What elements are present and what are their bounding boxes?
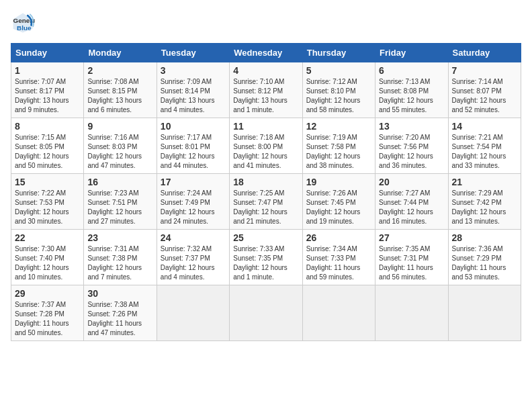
calendar-cell: 16Sunrise: 7:23 AMSunset: 7:51 PMDayligh… xyxy=(84,174,157,230)
day-info: Sunrise: 7:33 AMSunset: 7:35 PMDaylight:… xyxy=(233,244,298,282)
calendar-cell: 1Sunrise: 7:07 AMSunset: 8:17 PMDaylight… xyxy=(11,62,84,118)
day-number: 9 xyxy=(87,121,152,132)
day-info: Sunrise: 7:21 AMSunset: 7:54 PMDaylight:… xyxy=(452,133,517,171)
day-number: 12 xyxy=(306,121,371,132)
day-info: Sunrise: 7:18 AMSunset: 8:00 PMDaylight:… xyxy=(233,133,298,171)
calendar-cell: 18Sunrise: 7:25 AMSunset: 7:47 PMDayligh… xyxy=(230,174,302,230)
day-info: Sunrise: 7:24 AMSunset: 7:49 PMDaylight:… xyxy=(161,189,226,226)
calendar-cell: 22Sunrise: 7:30 AMSunset: 7:40 PMDayligh… xyxy=(11,230,84,285)
day-info: Sunrise: 7:17 AMSunset: 8:01 PMDaylight:… xyxy=(161,133,226,171)
day-number: 13 xyxy=(379,121,444,132)
day-number: 4 xyxy=(233,65,298,76)
day-info: Sunrise: 7:26 AMSunset: 7:45 PMDaylight:… xyxy=(306,189,371,226)
calendar-table: SundayMondayTuesdayWednesdayThursdayFrid… xyxy=(11,43,521,341)
day-info: Sunrise: 7:09 AMSunset: 8:14 PMDaylight:… xyxy=(161,77,226,115)
day-number: 2 xyxy=(87,65,152,76)
day-info: Sunrise: 7:07 AMSunset: 8:17 PMDaylight:… xyxy=(15,77,80,115)
day-info: Sunrise: 7:38 AMSunset: 7:26 PMDaylight:… xyxy=(87,300,152,338)
calendar-cell: 14Sunrise: 7:21 AMSunset: 7:54 PMDayligh… xyxy=(448,118,521,174)
day-number: 5 xyxy=(306,65,371,76)
day-number: 23 xyxy=(87,232,152,243)
logo-icon: General Blue xyxy=(11,11,35,35)
calendar-cell: 21Sunrise: 7:29 AMSunset: 7:42 PMDayligh… xyxy=(448,174,521,230)
day-info: Sunrise: 7:32 AMSunset: 7:37 PMDaylight:… xyxy=(161,244,226,282)
day-info: Sunrise: 7:10 AMSunset: 8:12 PMDaylight:… xyxy=(233,77,298,115)
calendar-cell: 8Sunrise: 7:15 AMSunset: 8:05 PMDaylight… xyxy=(11,118,84,174)
calendar-week-1: 1Sunrise: 7:07 AMSunset: 8:17 PMDaylight… xyxy=(11,62,521,118)
day-info: Sunrise: 7:19 AMSunset: 7:58 PMDaylight:… xyxy=(306,133,371,171)
day-number: 19 xyxy=(306,177,371,187)
day-info: Sunrise: 7:08 AMSunset: 8:15 PMDaylight:… xyxy=(87,77,152,115)
calendar-cell: 19Sunrise: 7:26 AMSunset: 7:45 PMDayligh… xyxy=(302,174,375,230)
day-info: Sunrise: 7:36 AMSunset: 7:29 PMDaylight:… xyxy=(452,244,517,282)
day-number: 24 xyxy=(161,232,226,243)
calendar-cell: 30Sunrise: 7:38 AMSunset: 7:26 PMDayligh… xyxy=(84,285,157,341)
day-info: Sunrise: 7:37 AMSunset: 7:28 PMDaylight:… xyxy=(15,300,80,338)
day-number: 6 xyxy=(379,65,444,76)
day-info: Sunrise: 7:35 AMSunset: 7:31 PMDaylight:… xyxy=(379,244,444,282)
day-number: 16 xyxy=(87,177,152,187)
calendar-week-2: 8Sunrise: 7:15 AMSunset: 8:05 PMDaylight… xyxy=(11,118,521,174)
day-info: Sunrise: 7:13 AMSunset: 8:08 PMDaylight:… xyxy=(379,77,444,115)
header-sunday: Sunday xyxy=(11,44,84,62)
day-info: Sunrise: 7:29 AMSunset: 7:42 PMDaylight:… xyxy=(452,189,517,226)
calendar-cell: 5Sunrise: 7:12 AMSunset: 8:10 PMDaylight… xyxy=(302,62,375,118)
calendar-cell xyxy=(157,285,229,341)
calendar-cell: 3Sunrise: 7:09 AMSunset: 8:14 PMDaylight… xyxy=(157,62,229,118)
page-header: General Blue xyxy=(11,11,521,35)
calendar-cell: 11Sunrise: 7:18 AMSunset: 8:00 PMDayligh… xyxy=(230,118,302,174)
calendar-cell xyxy=(375,285,448,341)
calendar-cell: 2Sunrise: 7:08 AMSunset: 8:15 PMDaylight… xyxy=(84,62,157,118)
header-friday: Friday xyxy=(375,44,448,62)
day-number: 18 xyxy=(233,177,298,187)
day-number: 7 xyxy=(452,65,517,76)
day-number: 14 xyxy=(452,121,517,132)
day-info: Sunrise: 7:27 AMSunset: 7:44 PMDaylight:… xyxy=(379,189,444,226)
day-number: 17 xyxy=(161,177,226,187)
calendar-cell xyxy=(302,285,375,341)
header-thursday: Thursday xyxy=(302,44,375,62)
day-number: 20 xyxy=(379,177,444,187)
calendar-cell: 17Sunrise: 7:24 AMSunset: 7:49 PMDayligh… xyxy=(157,174,229,230)
header-saturday: Saturday xyxy=(448,44,521,62)
day-number: 27 xyxy=(379,232,444,243)
calendar-cell: 15Sunrise: 7:22 AMSunset: 7:53 PMDayligh… xyxy=(11,174,84,230)
header-wednesday: Wednesday xyxy=(230,44,302,62)
day-info: Sunrise: 7:30 AMSunset: 7:40 PMDaylight:… xyxy=(15,244,80,282)
calendar-cell: 27Sunrise: 7:35 AMSunset: 7:31 PMDayligh… xyxy=(375,230,448,285)
header-monday: Monday xyxy=(84,44,157,62)
day-number: 10 xyxy=(161,121,226,132)
day-info: Sunrise: 7:12 AMSunset: 8:10 PMDaylight:… xyxy=(306,77,371,115)
calendar-week-4: 22Sunrise: 7:30 AMSunset: 7:40 PMDayligh… xyxy=(11,230,521,285)
day-number: 25 xyxy=(233,232,298,243)
calendar-week-5: 29Sunrise: 7:37 AMSunset: 7:28 PMDayligh… xyxy=(11,285,521,341)
logo: General Blue xyxy=(11,11,38,35)
day-number: 30 xyxy=(87,288,152,299)
day-number: 15 xyxy=(15,177,80,187)
calendar-header-row: SundayMondayTuesdayWednesdayThursdayFrid… xyxy=(11,44,521,62)
calendar-cell: 20Sunrise: 7:27 AMSunset: 7:44 PMDayligh… xyxy=(375,174,448,230)
day-number: 21 xyxy=(452,177,517,187)
day-info: Sunrise: 7:23 AMSunset: 7:51 PMDaylight:… xyxy=(87,189,152,226)
calendar-cell: 26Sunrise: 7:34 AMSunset: 7:33 PMDayligh… xyxy=(302,230,375,285)
header-tuesday: Tuesday xyxy=(157,44,229,62)
day-info: Sunrise: 7:31 AMSunset: 7:38 PMDaylight:… xyxy=(87,244,152,282)
day-info: Sunrise: 7:16 AMSunset: 8:03 PMDaylight:… xyxy=(87,133,152,171)
svg-text:Blue: Blue xyxy=(17,24,32,32)
calendar-cell: 13Sunrise: 7:20 AMSunset: 7:56 PMDayligh… xyxy=(375,118,448,174)
calendar-cell: 25Sunrise: 7:33 AMSunset: 7:35 PMDayligh… xyxy=(230,230,302,285)
calendar-cell: 28Sunrise: 7:36 AMSunset: 7:29 PMDayligh… xyxy=(448,230,521,285)
calendar-cell xyxy=(448,285,521,341)
calendar-cell: 6Sunrise: 7:13 AMSunset: 8:08 PMDaylight… xyxy=(375,62,448,118)
calendar-cell: 9Sunrise: 7:16 AMSunset: 8:03 PMDaylight… xyxy=(84,118,157,174)
day-number: 22 xyxy=(15,232,80,243)
calendar-cell: 12Sunrise: 7:19 AMSunset: 7:58 PMDayligh… xyxy=(302,118,375,174)
calendar-cell: 4Sunrise: 7:10 AMSunset: 8:12 PMDaylight… xyxy=(230,62,302,118)
day-info: Sunrise: 7:22 AMSunset: 7:53 PMDaylight:… xyxy=(15,189,80,226)
calendar-cell: 29Sunrise: 7:37 AMSunset: 7:28 PMDayligh… xyxy=(11,285,84,341)
calendar-week-3: 15Sunrise: 7:22 AMSunset: 7:53 PMDayligh… xyxy=(11,174,521,230)
day-number: 3 xyxy=(161,65,226,76)
calendar-cell: 10Sunrise: 7:17 AMSunset: 8:01 PMDayligh… xyxy=(157,118,229,174)
calendar-cell: 7Sunrise: 7:14 AMSunset: 8:07 PMDaylight… xyxy=(448,62,521,118)
calendar-cell: 24Sunrise: 7:32 AMSunset: 7:37 PMDayligh… xyxy=(157,230,229,285)
